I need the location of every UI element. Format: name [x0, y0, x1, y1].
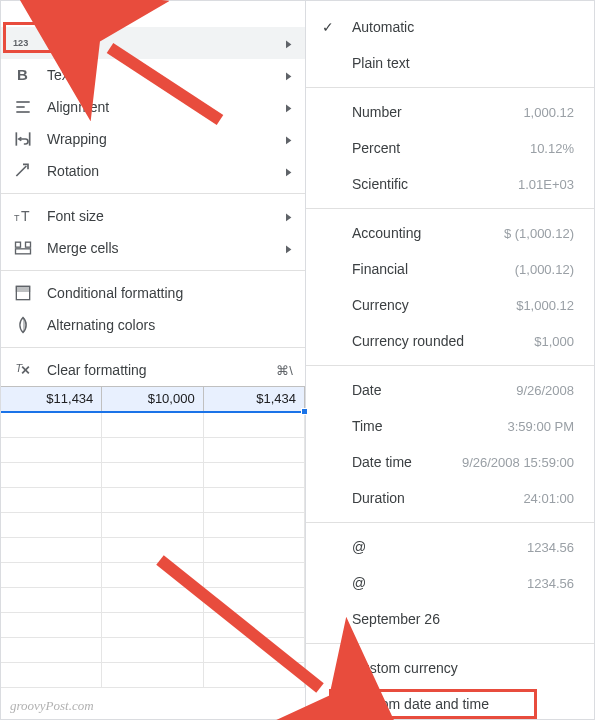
format-example-value: (1,000.12)	[515, 262, 574, 277]
format-label: Duration	[352, 490, 523, 506]
format-option-scientific[interactable]: Scientific1.01E+03	[306, 166, 594, 202]
check-icon: ✓	[322, 19, 334, 35]
watermark-text: groovyPost.com	[10, 698, 94, 714]
format-option-percent[interactable]: Percent10.12%	[306, 130, 594, 166]
menu-label: Conditional formatting	[47, 285, 293, 301]
chevron-right-icon: ▶	[286, 243, 292, 254]
format-label: @	[352, 539, 527, 555]
number-123-icon: 123	[13, 33, 33, 53]
format-example-value: 9/26/2008 15:59:00	[462, 455, 574, 470]
format-option-duration[interactable]: Duration24:01:00	[306, 480, 594, 516]
selected-cells-row: $11,434 $10,000 $1,434	[1, 386, 305, 413]
format-option--[interactable]: @1234.56	[306, 565, 594, 601]
format-label: Currency rounded	[352, 333, 534, 349]
chevron-right-icon: ▶	[286, 211, 292, 222]
menu-item-alternating-colors[interactable]: Alternating colors	[1, 309, 305, 341]
svg-rect-9	[16, 242, 21, 247]
format-label: Time	[352, 418, 508, 434]
menu-item-number[interactable]: 123Number▶	[1, 27, 305, 59]
format-option-number[interactable]: Number1,000.12	[306, 94, 594, 130]
format-option-date-time[interactable]: Date time9/26/2008 15:59:00	[306, 444, 594, 480]
menu-item-wrapping[interactable]: Wrapping▶	[1, 123, 305, 155]
format-label: Automatic	[352, 19, 574, 35]
menu-item-font-size[interactable]: TTFont size▶	[1, 200, 305, 232]
format-option-financial[interactable]: Financial(1,000.12)	[306, 251, 594, 287]
format-option-date[interactable]: Date9/26/2008	[306, 372, 594, 408]
merge-cells-icon	[13, 238, 33, 258]
format-label: Number	[352, 104, 523, 120]
conditional-formatting-icon	[13, 283, 33, 303]
grid-background	[1, 413, 305, 713]
format-label: Custom currency	[352, 660, 574, 676]
format-example-value: $1,000	[534, 334, 574, 349]
alignment-icon	[13, 97, 33, 117]
format-option-accounting[interactable]: Accounting$ (1,000.12)	[306, 215, 594, 251]
menu-item-text[interactable]: BText▶	[1, 59, 305, 91]
shortcut-text: ⌘\	[276, 363, 293, 378]
svg-rect-13	[16, 286, 29, 291]
format-example-value: 24:01:00	[523, 491, 574, 506]
chevron-right-icon: ▶	[286, 102, 292, 113]
menu-label: Font size	[47, 208, 285, 224]
chevron-right-icon: ▶	[286, 134, 292, 145]
format-label: Custom date and time	[352, 696, 574, 712]
cell-a: $11,434	[1, 387, 102, 411]
svg-text:T: T	[21, 208, 30, 224]
format-label: September 26	[352, 611, 574, 627]
format-label: Financial	[352, 261, 515, 277]
menu-label: Text	[47, 67, 285, 83]
menu-label: Wrapping	[47, 131, 285, 147]
menu-label: Alignment	[47, 99, 285, 115]
format-option-plain-text[interactable]: Plain text	[306, 45, 594, 81]
chevron-right-icon: ▶	[286, 38, 292, 49]
format-option-september-26[interactable]: September 26	[306, 601, 594, 637]
format-label: Currency	[352, 297, 516, 313]
format-label: Accounting	[352, 225, 504, 241]
format-example-value: $ (1,000.12)	[504, 226, 574, 241]
svg-text:B: B	[17, 66, 28, 83]
format-option-time[interactable]: Time3:59:00 PM	[306, 408, 594, 444]
format-example-value: 3:59:00 PM	[508, 419, 575, 434]
format-example-value: 1.01E+03	[518, 177, 574, 192]
menu-label: Merge cells	[47, 240, 285, 256]
chevron-right-icon: ▶	[286, 166, 292, 177]
font-size-icon: TT	[13, 206, 33, 226]
menu-item-conditional-formatting[interactable]: Conditional formatting	[1, 277, 305, 309]
menu-item-clear-formatting[interactable]: TClear formatting⌘\	[1, 354, 305, 386]
cell-b: $10,000	[102, 387, 203, 411]
menu-label: Alternating colors	[47, 317, 293, 333]
format-option-custom-currency[interactable]: Custom currency	[306, 650, 594, 686]
format-example-value: $1,000.12	[516, 298, 574, 313]
menu-item-alignment[interactable]: Alignment▶	[1, 91, 305, 123]
svg-rect-11	[16, 249, 31, 254]
format-label: Date time	[352, 454, 462, 470]
menu-item-merge-cells[interactable]: Merge cells▶	[1, 232, 305, 264]
format-label: Percent	[352, 140, 530, 156]
svg-text:T: T	[14, 213, 20, 223]
wrapping-icon	[13, 129, 33, 149]
format-option-custom-date-and-time[interactable]: Custom date and time	[306, 686, 594, 719]
menu-item-rotation[interactable]: Rotation▶	[1, 155, 305, 187]
clear-formatting-icon: T	[13, 360, 33, 380]
cell-c: $1,434	[204, 387, 305, 411]
svg-rect-10	[26, 242, 31, 247]
format-example-value: 1234.56	[527, 540, 574, 555]
format-label: Scientific	[352, 176, 518, 192]
format-label: Date	[352, 382, 516, 398]
menu-label: Number	[47, 35, 285, 51]
svg-text:123: 123	[13, 38, 28, 48]
menu-label: Clear formatting	[47, 362, 276, 378]
bold-icon: B	[13, 65, 33, 85]
format-example-value: 9/26/2008	[516, 383, 574, 398]
format-label: @	[352, 575, 527, 591]
format-option-automatic[interactable]: ✓Automatic	[306, 9, 594, 45]
format-option-currency[interactable]: Currency$1,000.12	[306, 287, 594, 323]
rotation-icon	[13, 161, 33, 181]
menu-label: Rotation	[47, 163, 285, 179]
format-example-value: 1,000.12	[523, 105, 574, 120]
format-option-currency-rounded[interactable]: Currency rounded$1,000	[306, 323, 594, 359]
format-option--[interactable]: @1234.56	[306, 529, 594, 565]
chevron-right-icon: ▶	[286, 70, 292, 81]
format-example-value: 1234.56	[527, 576, 574, 591]
format-label: Plain text	[352, 55, 574, 71]
